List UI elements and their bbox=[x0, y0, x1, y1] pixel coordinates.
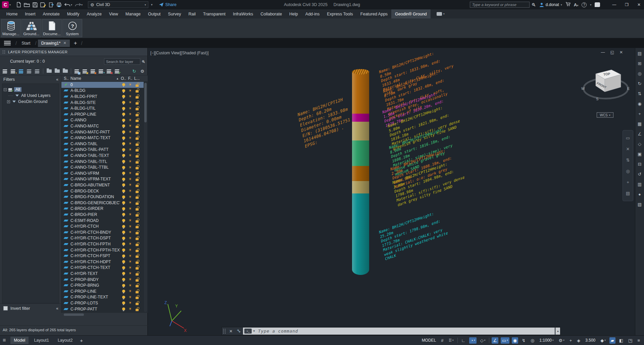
ribbon-tab-collaborate[interactable]: Collaborate bbox=[257, 9, 286, 18]
layer-on-icon[interactable] bbox=[122, 89, 125, 92]
layer-on-icon[interactable] bbox=[122, 248, 125, 251]
save-icon[interactable] bbox=[33, 2, 38, 7]
ribbon-tab-manage[interactable]: Manage bbox=[122, 9, 144, 18]
layer-thaw-icon[interactable]: ☀ bbox=[129, 171, 132, 175]
layer-unlock-icon[interactable] bbox=[136, 179, 139, 181]
layer-unlock-icon[interactable] bbox=[136, 226, 139, 228]
layer-on-icon[interactable] bbox=[122, 178, 125, 181]
table-row[interactable]: C-ANNO-MATC☀ bbox=[61, 123, 144, 129]
table-row[interactable]: C-HYDR-TEXT☀ bbox=[61, 271, 144, 277]
layer-thaw-icon[interactable]: ☀ bbox=[129, 189, 132, 193]
add-icon[interactable]: + bbox=[638, 112, 641, 116]
layer-thaw-icon[interactable]: ☀ bbox=[129, 307, 132, 311]
new-layer-vp-icon[interactable]: ★ bbox=[90, 68, 96, 74]
close-tab-icon[interactable]: ✕ bbox=[63, 41, 66, 45]
layer-unlock-icon[interactable] bbox=[136, 238, 139, 240]
table-row[interactable]: C-ANNO-TABL-TTBL☀ bbox=[61, 164, 144, 170]
ribbon-tab-home[interactable]: Home bbox=[3, 9, 21, 18]
layer-unlock-icon[interactable] bbox=[136, 126, 139, 128]
layer-on-icon[interactable] bbox=[122, 124, 125, 127]
table-row[interactable]: C-HYDR-CTCH-DSPT☀ bbox=[61, 235, 144, 241]
new-group-filter-icon[interactable] bbox=[46, 68, 52, 74]
table-row[interactable]: C-PROP-BRNG☀ bbox=[61, 282, 144, 288]
layer-unlock-icon[interactable] bbox=[136, 102, 139, 105]
table-row[interactable]: C-HYDR-CTCH-BNDY☀ bbox=[61, 229, 144, 235]
point-icon[interactable]: ● bbox=[638, 192, 641, 196]
tab-layout2[interactable]: Layout2 bbox=[54, 337, 76, 344]
undo-icon[interactable]: ↺ bbox=[638, 172, 642, 176]
layer-thaw-icon[interactable]: ☀ bbox=[129, 254, 132, 258]
layer-on-icon[interactable] bbox=[122, 266, 125, 269]
ribbon-tab-featured-apps[interactable]: Featured Apps bbox=[357, 9, 391, 18]
table-row[interactable]: C-PROP-BNDY☀ bbox=[61, 277, 144, 283]
ribbon-tab-geodin-ground[interactable]: Geodin® Ground bbox=[391, 9, 431, 18]
layer-unlock-icon[interactable] bbox=[136, 255, 139, 258]
layer-thaw-icon[interactable]: ☀ bbox=[129, 148, 132, 152]
layer-on-icon[interactable] bbox=[122, 136, 125, 139]
new-layout-button[interactable]: + bbox=[78, 338, 85, 343]
minimize-button[interactable]: — bbox=[612, 2, 616, 7]
layer-thaw-icon[interactable]: ☀ bbox=[129, 112, 132, 116]
table-row[interactable]: C-ANNO☀ bbox=[61, 117, 144, 123]
layer-unlock-icon[interactable] bbox=[136, 173, 139, 175]
layer-on-icon[interactable] bbox=[122, 207, 125, 210]
layer-unlock-icon[interactable] bbox=[136, 291, 139, 293]
layer-unlock-icon[interactable] bbox=[136, 108, 139, 110]
table-row[interactable]: ✔0☀ bbox=[61, 82, 144, 88]
layer-thaw-icon[interactable]: ☀ bbox=[129, 236, 132, 240]
layer-unlock-icon[interactable] bbox=[136, 309, 139, 311]
search-icon[interactable]: 🔍︎ bbox=[532, 2, 536, 7]
table-row[interactable]: A-BLDG-FPRT☀ bbox=[61, 94, 144, 100]
table-row[interactable]: C-HYDR-CTCH-HDPT☀ bbox=[61, 259, 144, 265]
layer-thaw-icon[interactable]: ☀ bbox=[129, 183, 132, 187]
layer-on-icon[interactable] bbox=[122, 272, 125, 275]
table-row[interactable]: A-BLDG☀ bbox=[61, 88, 144, 94]
layer-unlock-icon[interactable] bbox=[136, 267, 139, 270]
set-current-layer-icon[interactable]: ✔ bbox=[114, 68, 120, 74]
target-icon[interactable]: ◉ bbox=[638, 102, 641, 106]
layer-thaw-icon[interactable]: ☀ bbox=[129, 136, 132, 140]
table-row[interactable]: C-PROP-LINE-TEXT☀ bbox=[61, 294, 144, 300]
layer-unlock-icon[interactable] bbox=[136, 285, 139, 287]
table-row[interactable]: C-BRDG-DECK☀ bbox=[61, 188, 144, 194]
layer-thaw-icon[interactable]: ☀ bbox=[129, 278, 132, 281]
layer-on-icon[interactable] bbox=[122, 201, 125, 204]
layer-thaw-icon[interactable]: ☀ bbox=[129, 295, 132, 299]
layer-thaw-icon[interactable]: ☀ bbox=[129, 242, 132, 246]
close-command-line-icon[interactable]: ✕ bbox=[229, 329, 233, 334]
palette-titlebar[interactable]: LAYER PROPERTIES MANAGER bbox=[0, 48, 147, 56]
layer-previous-icon[interactable] bbox=[34, 68, 40, 74]
layer-freeze-other-icon[interactable] bbox=[26, 68, 32, 74]
layer-on-icon[interactable] bbox=[122, 189, 125, 192]
ribbon-panel-button-system[interactable]: ?System bbox=[62, 19, 82, 37]
refresh-icon[interactable]: ↻ bbox=[131, 68, 137, 74]
status-menu-icon[interactable]: ≡ bbox=[636, 337, 641, 344]
angle-icon[interactable]: ∠ bbox=[638, 132, 642, 136]
layer-on-icon[interactable] bbox=[122, 119, 125, 122]
layer-thaw-icon[interactable]: ☀ bbox=[129, 272, 132, 275]
layer-thaw-icon[interactable]: ☀ bbox=[129, 213, 132, 216]
layer-on-icon[interactable] bbox=[122, 148, 125, 151]
wcs-selector[interactable]: WCS ▾ bbox=[597, 112, 613, 118]
layer-on-icon[interactable] bbox=[122, 242, 125, 245]
share-button[interactable]: Share bbox=[159, 2, 177, 7]
workspace-add-icon[interactable]: + bbox=[568, 337, 574, 344]
layer-on-icon[interactable] bbox=[122, 231, 125, 234]
new-layer-frozen-icon[interactable]: ★ bbox=[82, 68, 88, 74]
layer-thaw-icon[interactable]: ☀ bbox=[129, 83, 132, 87]
help-icon[interactable]: ? bbox=[582, 2, 587, 7]
layer-unlock-icon[interactable] bbox=[136, 132, 139, 134]
ribbon-tab-infraworks[interactable]: InfraWorks bbox=[229, 9, 257, 18]
freeze-layer-icon[interactable]: * bbox=[98, 68, 104, 74]
table-row[interactable]: C-HYDR-CTCH-FPTH☀ bbox=[61, 241, 144, 247]
layer-thaw-icon[interactable]: ☀ bbox=[129, 201, 132, 205]
layer-thaw-icon[interactable]: ☀ bbox=[129, 266, 132, 270]
swap-icon[interactable]: ⇅ bbox=[626, 158, 630, 163]
tab-drawing1[interactable]: Drawing1* ✕ bbox=[38, 40, 70, 47]
ribbon-tab-analyze[interactable]: Analyze bbox=[83, 9, 105, 18]
layer-unlock-icon[interactable] bbox=[136, 149, 139, 152]
ribbon-panel-button-docume[interactable]: Docume... bbox=[42, 19, 62, 37]
feedback-icon[interactable] bbox=[595, 2, 600, 7]
layer-on-icon[interactable] bbox=[122, 219, 125, 222]
layer-thaw-icon[interactable]: ☀ bbox=[129, 284, 132, 287]
